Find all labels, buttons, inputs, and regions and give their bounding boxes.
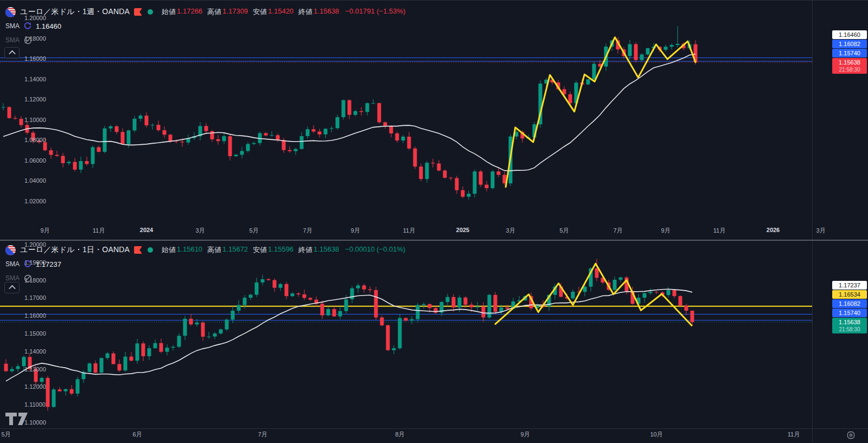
weekly-candle-body: [324, 129, 328, 134]
weekly-candle-body: [8, 107, 11, 118]
weekly-candle-body: [73, 162, 77, 170]
daily-candle-body: [159, 343, 163, 352]
weekly-time-tick: 11月: [713, 227, 725, 235]
daily-time-axis[interactable]: 5月6月7月8月9月10月11月: [0, 429, 868, 443]
weekly-ohlc: 始値1.17266 高値1.17309 安値1.15420 終値1.15638 …: [162, 7, 405, 17]
daily-candle-body: [40, 378, 44, 382]
weekly-candle-body: [246, 144, 250, 151]
sma-label: SMA: [5, 260, 20, 268]
daily-collapse-button[interactable]: [4, 282, 20, 293]
eurusd-flag-icon: [5, 7, 16, 17]
daily-candle-body: [118, 364, 122, 370]
weekly-candle-body: [163, 130, 167, 134]
sma2-label: SMA: [5, 274, 20, 282]
weekly-candle-body: [228, 136, 232, 156]
weekly-candle-body: [61, 156, 65, 163]
weekly-candle-body: [97, 147, 101, 152]
visibility-off-icon: [23, 274, 33, 283]
weekly-candle-body: [407, 137, 411, 149]
daily-candle-body: [446, 297, 450, 302]
daily-candle-body: [344, 299, 348, 311]
eurusd-flag-icon: [5, 245, 16, 255]
weekly-candle-body: [109, 126, 113, 129]
weekly-candle-body: [151, 125, 155, 125]
weekly-sma-indicator[interactable]: SMA 1.16460: [5, 20, 405, 32]
daily-candle-body: [350, 288, 354, 299]
weekly-time-tick: 3月: [816, 227, 825, 235]
weekly-candle-body: [378, 103, 381, 122]
weekly-candle-body: [354, 111, 358, 115]
market-status-icon: [148, 9, 153, 15]
weekly-candle-body: [384, 122, 387, 126]
weekly-zigzag-line: [506, 37, 695, 187]
tradingview-logo[interactable]: [5, 412, 29, 428]
daily-candle-body: [392, 348, 396, 350]
weekly-time-tick: 9月: [661, 227, 670, 235]
weekly-candle-body: [628, 44, 632, 56]
daily-candle-body: [691, 311, 694, 322]
daily-candle-body: [297, 293, 301, 294]
open-value: 1.17266: [177, 7, 202, 17]
daily-sma2-indicator[interactable]: SMA: [5, 272, 405, 284]
weekly-candle-body: [312, 129, 316, 131]
weekly-sma2-indicator[interactable]: SMA: [5, 34, 405, 46]
daily-pane-header: ユーロ／米ドル・1日・OANDA 始値1.15610 高値1.15672 安値1…: [5, 244, 405, 284]
weekly-collapse-button[interactable]: [4, 47, 20, 59]
daily-candle-body: [279, 284, 283, 288]
daily-candle-body: [380, 317, 384, 325]
time-axis-border: [0, 428, 868, 429]
weekly-candle-body: [664, 47, 668, 50]
daily-candle-body: [142, 343, 145, 356]
weekly-candle-body: [145, 115, 149, 125]
daily-candle-body: [595, 268, 599, 278]
daily-time-tick: 11月: [788, 431, 800, 439]
weekly-candle-body: [372, 103, 375, 104]
weekly-time-axis[interactable]: 9月11月20243月5月7月9月11月20253月5月7月9月11月20263…: [0, 221, 868, 240]
low-label: 安値: [253, 245, 267, 255]
daily-candle-body: [148, 348, 151, 356]
daily-candle-body: [339, 311, 342, 317]
daily-candle-body: [177, 336, 181, 346]
high-value: 1.17309: [222, 7, 248, 17]
weekly-candle-body: [55, 155, 59, 156]
sma-value: 1.17237: [36, 260, 61, 268]
daily-symbol-title[interactable]: ユーロ／米ドル・1日・OANDA: [20, 245, 130, 255]
daily-candle-body: [189, 319, 193, 324]
weekly-candle-body: [676, 44, 680, 45]
daily-candle-body: [416, 305, 420, 319]
weekly-candle-body: [342, 100, 346, 117]
weekly-time-tick: 3月: [195, 227, 205, 235]
daily-candle-body: [667, 290, 671, 295]
open-label: 始値: [162, 245, 176, 255]
weekly-candle-body: [20, 119, 23, 125]
daily-candle-body: [374, 290, 378, 318]
weekly-candle-body: [240, 151, 244, 155]
price-scale-settings-icon[interactable]: [846, 431, 856, 442]
change-value: −0.01791 (−1.53%): [345, 7, 405, 17]
weekly-candle-body: [133, 119, 137, 131]
weekly-candle-body: [121, 132, 125, 144]
weekly-time-tick: 9月: [40, 227, 49, 235]
daily-candle-body: [488, 295, 492, 318]
weekly-time-tick: 5月: [559, 227, 569, 235]
daily-candle-body: [219, 329, 223, 333]
daily-candle-body: [195, 323, 199, 324]
daily-time-tick: 10月: [650, 431, 662, 439]
daily-candle-body: [165, 348, 169, 352]
weekly-candle-body: [175, 142, 178, 142]
daily-candle-body: [679, 296, 682, 305]
daily-candle-body: [309, 298, 312, 299]
daily-sma-indicator[interactable]: SMA 1.17237: [5, 258, 405, 270]
weekly-candle-body: [288, 150, 292, 151]
daily-time-tick: 5月: [1, 431, 10, 439]
weekly-time-tick: 7月: [303, 227, 312, 235]
weekly-candle-body: [491, 171, 495, 188]
pane-divider[interactable]: [0, 240, 868, 241]
weekly-candle-body: [443, 171, 447, 178]
weekly-candle-body: [646, 48, 650, 54]
weekly-candle-body: [91, 147, 95, 164]
weekly-candle-body: [205, 126, 208, 131]
daily-candle-body: [88, 363, 92, 372]
daily-candle-body: [356, 285, 360, 288]
weekly-symbol-title[interactable]: ユーロ／米ドル・1週・OANDA: [20, 7, 130, 17]
